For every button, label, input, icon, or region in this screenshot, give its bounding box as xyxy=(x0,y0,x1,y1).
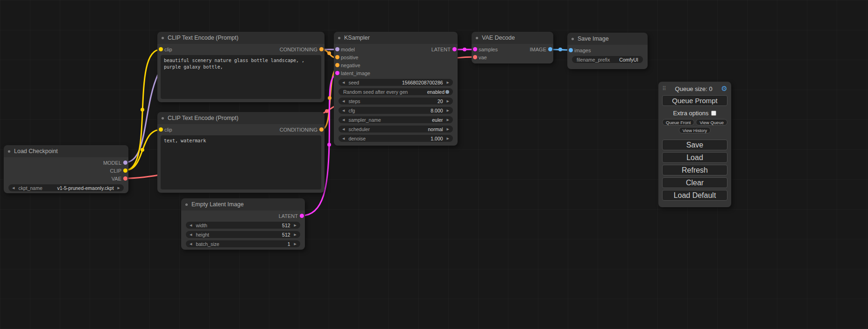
node-title-bar[interactable]: CLIP Text Encode (Prompt) xyxy=(157,112,325,124)
widget-width[interactable]: ◀ width 512 ▶ xyxy=(186,222,300,229)
widget-batch-size[interactable]: ◀ batch_size 1 ▶ xyxy=(186,240,300,247)
widget-denoise[interactable]: ◀ denoise 1.000 ▶ xyxy=(339,135,453,142)
prompt-textarea[interactable]: text, watermark xyxy=(161,135,321,189)
input-slot-clip[interactable]: clip xyxy=(157,126,241,133)
decrement-arrow-icon[interactable]: ◀ xyxy=(342,81,345,84)
vae-output-dot[interactable] xyxy=(123,176,127,181)
negative-input-dot[interactable] xyxy=(335,63,339,67)
decrement-arrow-icon[interactable]: ◀ xyxy=(12,186,14,189)
collapse-dot-icon[interactable] xyxy=(476,37,478,39)
image-output-dot[interactable] xyxy=(548,47,552,51)
widget-filename-prefix[interactable]: filename_prefix ComfyUI xyxy=(572,56,643,63)
settings-gear-icon[interactable]: ⚙ xyxy=(721,84,727,93)
model-output-dot[interactable] xyxy=(123,161,127,165)
widget-seed[interactable]: ◀ seed 156680208700286 ▶ xyxy=(339,79,453,86)
input-slot-negative[interactable]: negative xyxy=(334,61,458,69)
collapse-dot-icon[interactable] xyxy=(162,117,164,119)
conditioning-output-dot[interactable] xyxy=(319,47,324,51)
graph-canvas[interactable]: Load Checkpoint MODEL CLIP VAE xyxy=(0,0,868,329)
decrement-arrow-icon[interactable]: ◀ xyxy=(342,127,345,131)
collapse-dot-icon[interactable] xyxy=(572,38,574,40)
vae-input-dot[interactable] xyxy=(473,55,477,59)
input-slot-clip[interactable]: clip xyxy=(157,45,241,53)
node-save-image[interactable]: Save Image images filename_prefix ComfyU… xyxy=(567,33,648,69)
decrement-arrow-icon[interactable]: ◀ xyxy=(190,224,192,227)
node-clip-text-encode-negative[interactable]: CLIP Text Encode (Prompt) clip CONDITION… xyxy=(157,112,325,193)
increment-arrow-icon[interactable]: ▶ xyxy=(294,224,296,227)
load-button[interactable]: Load xyxy=(662,152,727,163)
increment-arrow-icon[interactable]: ▶ xyxy=(447,118,449,121)
extra-options-checkbox[interactable] xyxy=(711,111,716,116)
output-slot-conditioning[interactable]: CONDITIONING xyxy=(241,126,325,133)
input-slot-positive[interactable]: positive xyxy=(334,53,458,61)
increment-arrow-icon[interactable]: ▶ xyxy=(447,137,449,140)
prompt-textarea[interactable]: beautiful scenery nature glass bottle la… xyxy=(161,55,321,99)
increment-arrow-icon[interactable]: ▶ xyxy=(294,233,296,236)
node-title-bar[interactable]: Empty Latent Image xyxy=(181,198,305,210)
toggle-dot-icon[interactable] xyxy=(445,90,449,94)
node-clip-text-encode-positive[interactable]: CLIP Text Encode (Prompt) clip CONDITION… xyxy=(157,32,325,102)
widget-cfg[interactable]: ◀ cfg 8.000 ▶ xyxy=(339,107,453,114)
collapse-dot-icon[interactable] xyxy=(338,37,340,39)
input-slot-model[interactable]: model xyxy=(334,45,396,53)
decrement-arrow-icon[interactable]: ◀ xyxy=(342,118,345,121)
decrement-arrow-icon[interactable]: ◀ xyxy=(190,233,192,236)
widget-ckpt-name[interactable]: ◀ ckpt_name v1-5-pruned-emaonly.ckpt ▶ xyxy=(8,184,124,191)
node-load-checkpoint[interactable]: Load Checkpoint MODEL CLIP VAE xyxy=(4,145,128,193)
latent-output-dot[interactable] xyxy=(452,47,457,51)
widget-sampler-name[interactable]: ◀ sampler_name euler ▶ xyxy=(339,116,453,123)
latent-image-input-dot[interactable] xyxy=(335,71,339,75)
node-title-bar[interactable]: Load Checkpoint xyxy=(4,145,128,157)
output-slot-model[interactable]: MODEL xyxy=(4,159,128,167)
view-queue-button[interactable]: View Queue xyxy=(696,119,727,126)
node-ksampler[interactable]: KSampler model LATENT positive xyxy=(334,32,458,146)
output-slot-conditioning[interactable]: CONDITIONING xyxy=(241,45,325,53)
increment-arrow-icon[interactable]: ▶ xyxy=(447,81,449,84)
drag-handle-icon[interactable]: ⠿ xyxy=(662,85,666,92)
widget-random-seed-toggle[interactable]: Random seed after every gen enabled xyxy=(339,88,453,95)
latent-output-dot[interactable] xyxy=(300,214,304,218)
increment-arrow-icon[interactable]: ▶ xyxy=(447,109,449,112)
input-slot-samples[interactable]: samples xyxy=(472,45,513,53)
load-default-button[interactable]: Load Default xyxy=(662,190,727,201)
widget-height[interactable]: ◀ height 512 ▶ xyxy=(186,231,300,238)
decrement-arrow-icon[interactable]: ◀ xyxy=(342,99,345,103)
output-slot-clip[interactable]: CLIP xyxy=(4,167,128,175)
model-input-dot[interactable] xyxy=(335,47,339,51)
clip-input-dot[interactable] xyxy=(159,47,163,51)
input-slot-latent-image[interactable]: latent_image xyxy=(334,69,458,77)
increment-arrow-icon[interactable]: ▶ xyxy=(294,242,296,245)
decrement-arrow-icon[interactable]: ◀ xyxy=(190,242,192,245)
decrement-arrow-icon[interactable]: ◀ xyxy=(342,137,345,140)
output-slot-vae[interactable]: VAE xyxy=(4,175,128,182)
output-slot-image[interactable]: IMAGE xyxy=(513,45,554,53)
increment-arrow-icon[interactable]: ▶ xyxy=(118,186,120,189)
decrement-arrow-icon[interactable]: ◀ xyxy=(342,109,345,112)
node-empty-latent-image[interactable]: Empty Latent Image LATENT ◀ width 512 ▶ … xyxy=(181,198,305,250)
samples-input-dot[interactable] xyxy=(473,47,477,51)
conditioning-output-dot[interactable] xyxy=(319,127,324,132)
images-input-dot[interactable] xyxy=(569,48,573,52)
input-slot-vae[interactable]: vae xyxy=(472,53,553,61)
positive-input-dot[interactable] xyxy=(335,55,339,59)
increment-arrow-icon[interactable]: ▶ xyxy=(447,127,449,131)
output-slot-latent[interactable]: LATENT xyxy=(181,212,305,220)
clear-button[interactable]: Clear xyxy=(662,177,727,188)
clip-output-dot[interactable] xyxy=(123,168,127,173)
input-slot-images[interactable]: images xyxy=(567,46,648,54)
node-vae-decode[interactable]: VAE Decode samples IMAGE vae xyxy=(472,32,553,63)
queue-front-button[interactable]: Queue Front xyxy=(662,119,694,126)
increment-arrow-icon[interactable]: ▶ xyxy=(447,99,449,103)
node-title-bar[interactable]: VAE Decode xyxy=(472,32,553,44)
collapse-dot-icon[interactable] xyxy=(162,37,164,39)
collapse-dot-icon[interactable] xyxy=(8,150,10,153)
node-title-bar[interactable]: Save Image xyxy=(567,33,648,45)
output-slot-latent[interactable]: LATENT xyxy=(396,45,458,53)
view-history-button[interactable]: View History xyxy=(679,127,711,133)
collapse-dot-icon[interactable] xyxy=(185,203,188,206)
save-button[interactable]: Save xyxy=(662,140,727,150)
node-title-bar[interactable]: CLIP Text Encode (Prompt) xyxy=(157,32,325,44)
widget-scheduler[interactable]: ◀ scheduler normal ▶ xyxy=(339,126,453,133)
queue-prompt-button[interactable]: Queue Prompt xyxy=(662,95,727,106)
node-title-bar[interactable]: KSampler xyxy=(334,32,458,44)
